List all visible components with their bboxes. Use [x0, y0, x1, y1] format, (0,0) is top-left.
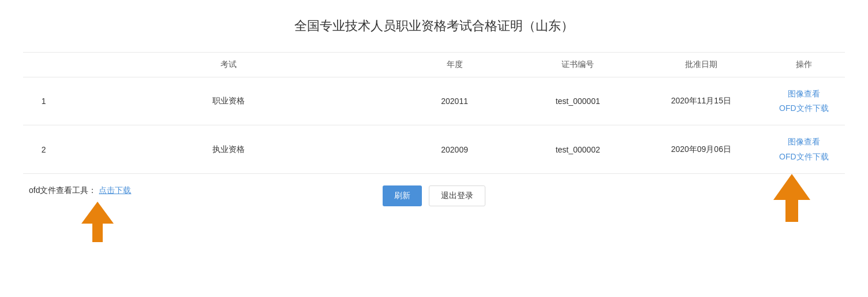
row1-cert-no: test_000001	[516, 77, 639, 125]
row2-cert-no: test_000002	[516, 125, 639, 173]
col-header-year: 年度	[393, 53, 517, 77]
right-arrow-head	[773, 174, 810, 200]
ofd-tool-label: ofd文件查看工具：	[29, 185, 96, 196]
row2-ofd-link[interactable]: OFD文件下载	[772, 150, 836, 164]
col-header-index	[23, 53, 64, 77]
row1-index: 1	[23, 77, 64, 125]
table-row: 2 执业资格 202009 test_000002 2020年09月06日 图像…	[23, 125, 845, 173]
ofd-tool-row: ofd文件查看工具： 点击下载	[29, 185, 131, 196]
row2-image-link[interactable]: 图像查看	[772, 135, 836, 149]
logout-button[interactable]: 退出登录	[429, 185, 485, 206]
row1-ofd-link[interactable]: OFD文件下载	[772, 101, 836, 116]
row2-operations: 图像查看 OFD文件下载	[763, 125, 845, 173]
row2-exam-type: 执业资格	[64, 125, 393, 173]
row1-operations: 图像查看 OFD文件下载	[763, 77, 845, 125]
ofd-download-link[interactable]: 点击下载	[99, 185, 131, 196]
right-arrow-shaft	[785, 200, 798, 222]
row1-exam-type: 职业资格	[64, 77, 393, 125]
col-header-cert: 证书编号	[516, 53, 639, 77]
col-header-exam: 考试	[64, 53, 393, 77]
page-title: 全国专业技术人员职业资格考试合格证明（山东）	[23, 17, 845, 35]
right-arrow-container	[773, 174, 810, 222]
page-container: 全国专业技术人员职业资格考试合格证明（山东） 考试 年度 证书编号 批准日期 操…	[0, 0, 868, 297]
left-arrow-container	[63, 202, 131, 242]
row1-year: 202011	[393, 77, 517, 125]
ofd-tool-section: ofd文件查看工具： 点击下载	[29, 185, 131, 242]
row1-approve-date: 2020年11月15日	[639, 77, 763, 125]
data-table: 考试 年度 证书编号 批准日期 操作 1 职业资格 202011 test_00…	[23, 52, 845, 174]
footer-area: ofd文件查看工具： 点击下载 刷新 退出登录	[23, 185, 845, 266]
row2-index: 2	[23, 125, 64, 173]
button-group: 刷新 退出登录	[383, 185, 485, 206]
row1-image-link[interactable]: 图像查看	[772, 87, 836, 101]
left-arrow-head	[81, 202, 114, 224]
row2-year: 202009	[393, 125, 517, 173]
refresh-button[interactable]: 刷新	[383, 185, 422, 206]
col-header-date: 批准日期	[639, 53, 763, 77]
row2-approve-date: 2020年09月06日	[639, 125, 763, 173]
left-arrow-shaft	[92, 224, 103, 242]
table-row: 1 职业资格 202011 test_000001 2020年11月15日 图像…	[23, 77, 845, 125]
col-header-op: 操作	[763, 53, 845, 77]
